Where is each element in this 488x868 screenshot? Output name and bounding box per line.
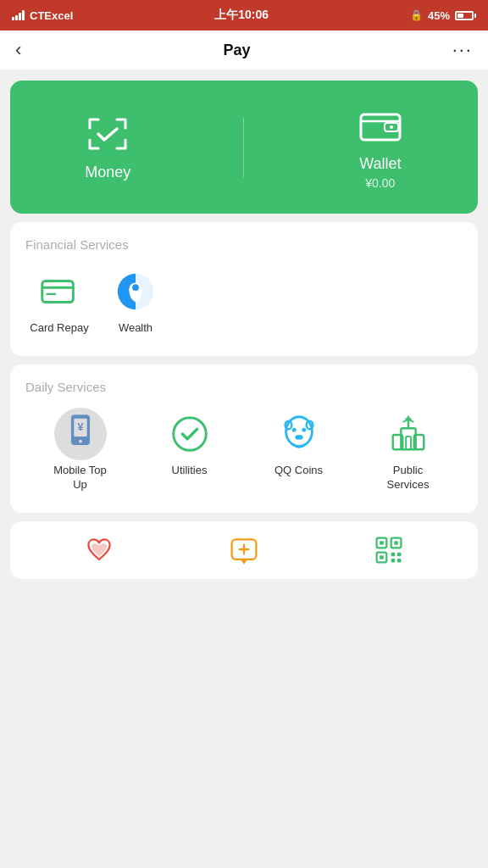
- svg-rect-35: [397, 559, 402, 563]
- utilities-item[interactable]: Utilities: [135, 411, 244, 492]
- svg-rect-34: [391, 559, 395, 563]
- wallet-label: Wallet: [359, 155, 401, 173]
- svg-rect-32: [391, 552, 395, 556]
- svg-point-15: [291, 428, 296, 432]
- svg-rect-0: [361, 114, 400, 140]
- svg-rect-19: [406, 437, 411, 449]
- add-chat-toolbar-item[interactable]: [229, 535, 259, 565]
- qr-grid-toolbar-item[interactable]: [374, 535, 404, 565]
- card-repay-icon: [36, 269, 82, 314]
- status-left: CTExcel: [12, 9, 73, 22]
- daily-services-grid: ¥ Mobile Top Up Utilities: [25, 411, 463, 492]
- wealth-label: Wealth: [119, 321, 152, 336]
- card-repay-label: Card Repay: [30, 321, 88, 336]
- mobile-topup-item[interactable]: ¥ Mobile Top Up: [25, 411, 135, 492]
- wealth-item[interactable]: Wealth: [102, 269, 169, 336]
- nav-bar: ‹ Pay ···: [0, 31, 488, 70]
- public-services-item[interactable]: Public Services: [353, 411, 463, 492]
- signal-icon: [12, 10, 25, 20]
- battery-icon: [455, 11, 476, 20]
- lock-icon: 🔒: [410, 9, 423, 21]
- bottom-toolbar: [10, 521, 478, 579]
- utilities-icon: [167, 411, 213, 457]
- more-button[interactable]: ···: [452, 39, 473, 61]
- public-services-icon: [385, 411, 431, 457]
- status-bar: CTExcel 上午10:06 🔒 45%: [0, 0, 488, 31]
- mobile-topup-label: Mobile Top Up: [53, 464, 107, 492]
- money-icon: [82, 113, 133, 155]
- wallet-balance: ¥0.00: [365, 176, 395, 190]
- svg-rect-29: [394, 541, 398, 545]
- svg-rect-3: [42, 281, 74, 302]
- qq-coins-icon: [276, 411, 322, 457]
- svg-point-16: [302, 428, 306, 432]
- mobile-topup-icon: ¥: [58, 411, 103, 457]
- status-time: 上午10:06: [214, 8, 269, 23]
- back-button[interactable]: ‹: [15, 39, 21, 61]
- wallet-item[interactable]: Wallet ¥0.00: [355, 104, 406, 190]
- divider: [243, 118, 244, 177]
- svg-rect-33: [397, 552, 402, 556]
- financial-section-title: Financial Services: [25, 237, 463, 252]
- qr-grid-icon: [374, 535, 404, 565]
- svg-point-11: [173, 418, 206, 451]
- health-icon: [84, 535, 114, 565]
- svg-point-2: [390, 125, 393, 129]
- carrier-name: CTExcel: [30, 9, 73, 22]
- wallet-icon: [355, 104, 406, 147]
- card-repay-item[interactable]: Card Repay: [25, 269, 93, 336]
- add-chat-icon: [229, 535, 259, 565]
- money-item[interactable]: Money: [82, 113, 133, 181]
- page-title: Pay: [223, 42, 250, 59]
- svg-rect-31: [380, 555, 384, 559]
- svg-point-17: [295, 435, 303, 440]
- daily-section-title: Daily Services: [25, 380, 463, 394]
- mobile-overlay: [54, 408, 107, 460]
- green-card: Money Wallet ¥0.00: [10, 81, 478, 214]
- svg-rect-27: [380, 541, 384, 545]
- financial-services-grid: Card Repay Wealth: [25, 269, 463, 336]
- financial-services-card: Financial Services Card Repay: [10, 222, 478, 356]
- wealth-icon: [113, 269, 158, 314]
- qq-coins-label: QQ Coins: [274, 464, 323, 478]
- qq-coins-item[interactable]: QQ Coins: [244, 411, 353, 492]
- utilities-label: Utilities: [172, 464, 208, 478]
- money-label: Money: [85, 164, 130, 181]
- health-toolbar-item[interactable]: [84, 535, 114, 565]
- public-services-label: Public Services: [387, 464, 430, 492]
- svg-point-6: [132, 284, 139, 291]
- battery-percentage: 45%: [428, 9, 450, 22]
- status-right: 🔒 45%: [410, 9, 476, 22]
- daily-services-card: Daily Services ¥ Mobile Top Up: [10, 364, 478, 513]
